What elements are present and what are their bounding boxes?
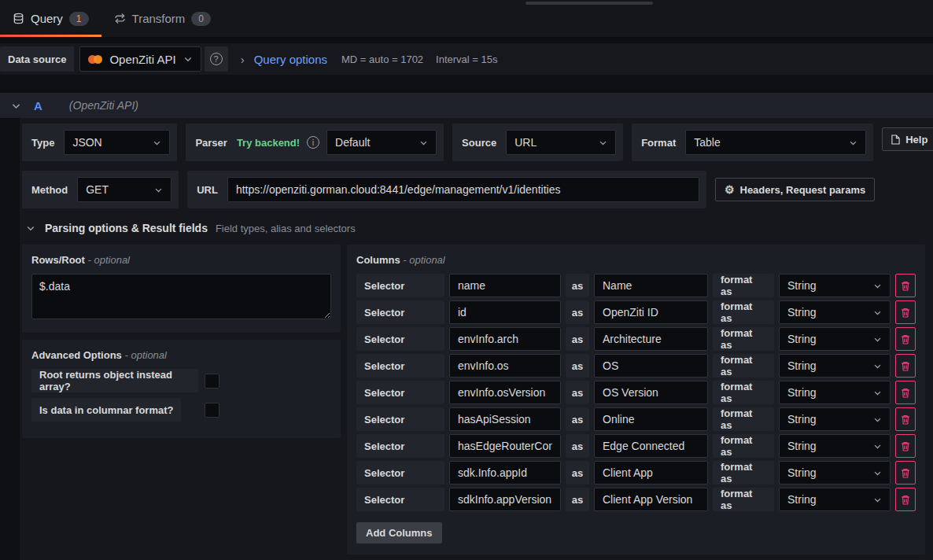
source-value: URL <box>514 136 537 149</box>
format-as-label: format as <box>713 407 774 431</box>
column-row: Selector as format as String <box>356 354 916 378</box>
transform-count-badge: 0 <box>191 12 211 26</box>
url-row: Method GET URL ⚙ Headers, Request params <box>22 171 925 208</box>
parser-field: Parser Try backend! i Default <box>186 123 444 161</box>
columns-label: Columns <box>356 254 400 266</box>
delete-column-button[interactable] <box>895 327 916 351</box>
column-format-select[interactable]: String <box>779 488 891 511</box>
format-select[interactable]: Table <box>685 130 866 155</box>
rows-root-input[interactable]: $.data <box>31 274 331 319</box>
column-format-select[interactable]: String <box>779 381 891 404</box>
alias-input[interactable] <box>594 381 708 404</box>
alias-input[interactable] <box>594 274 708 297</box>
alias-input[interactable] <box>594 300 708 324</box>
advanced-option-checkbox[interactable] <box>205 374 219 389</box>
url-field: URL <box>187 171 706 208</box>
trash-icon <box>901 308 910 318</box>
datasource-help-button[interactable]: ? <box>205 46 228 72</box>
query-options-toggle[interactable]: Query options <box>254 53 327 66</box>
delete-column-button[interactable] <box>895 354 916 378</box>
source-label: Source <box>459 137 499 149</box>
as-label: as <box>566 434 589 458</box>
column-format-select[interactable]: String <box>779 461 891 484</box>
type-select[interactable]: JSON <box>64 130 170 155</box>
question-circle-icon: ? <box>210 53 223 65</box>
column-format-select[interactable]: String <box>779 354 891 378</box>
parser-select[interactable]: Default <box>326 130 437 155</box>
column-format-value: String <box>787 359 817 372</box>
as-label: as <box>566 274 589 297</box>
query-editor-body: Type JSON Parser Try backend! i Default … <box>20 118 933 560</box>
max-data-points-stat: MD = auto = 1702 <box>341 53 423 65</box>
collapse-chevron-icon[interactable] <box>11 101 21 111</box>
add-columns-button[interactable]: Add Columns <box>356 522 442 543</box>
method-select[interactable]: GET <box>77 177 171 202</box>
help-button[interactable]: Help <box>882 127 933 151</box>
source-select[interactable]: URL <box>506 130 616 155</box>
column-row: Selector as format as String <box>356 300 916 324</box>
selector-input[interactable] <box>449 327 561 351</box>
delete-column-button[interactable] <box>895 434 916 458</box>
selector-input[interactable] <box>449 407 561 431</box>
tab-transform[interactable]: Transform 0 <box>101 0 223 37</box>
chevron-down-icon <box>873 308 882 317</box>
column-format-select[interactable]: String <box>779 407 891 431</box>
selector-input[interactable] <box>449 354 561 378</box>
alias-input[interactable] <box>594 354 708 378</box>
selector-input[interactable] <box>449 381 561 404</box>
selector-input[interactable] <box>449 488 561 511</box>
info-circle-icon[interactable]: i <box>307 136 319 149</box>
pane-drag-handle[interactable] <box>526 2 653 5</box>
format-as-label: format as <box>713 300 774 324</box>
as-label: as <box>566 381 589 404</box>
options-row: Type JSON Parser Try backend! i Default … <box>22 123 925 161</box>
chevron-down-icon <box>873 442 882 451</box>
type-field: Type JSON <box>22 123 177 161</box>
url-input[interactable] <box>227 177 699 202</box>
advanced-option-row: Is data in columnar format? <box>31 398 331 422</box>
column-format-select[interactable]: String <box>779 434 891 458</box>
selector-label: Selector <box>356 300 444 324</box>
chevron-down-icon <box>873 282 882 290</box>
chevron-down-icon <box>154 186 163 194</box>
parsing-options-header[interactable]: Parsing options & Result fields Field ty… <box>26 222 925 234</box>
datasource-picker[interactable]: OpenZiti API <box>79 46 201 72</box>
delete-column-button[interactable] <box>895 300 916 324</box>
trash-icon <box>901 281 910 291</box>
url-label: URL <box>194 184 220 196</box>
delete-column-button[interactable] <box>895 381 916 404</box>
chevron-down-icon <box>183 54 193 64</box>
parsing-options-title: Parsing options & Result fields <box>45 222 208 234</box>
alias-input[interactable] <box>594 407 708 431</box>
selector-input[interactable] <box>449 274 561 297</box>
trash-icon <box>901 334 910 344</box>
alias-input[interactable] <box>594 461 708 484</box>
active-tab-underline <box>0 35 101 37</box>
alias-input[interactable] <box>594 327 708 351</box>
column-format-select[interactable]: String <box>779 327 891 351</box>
tab-query[interactable]: Query 1 <box>0 0 101 37</box>
format-as-label: format as <box>713 274 774 297</box>
column-row: Selector as format as String <box>356 274 916 297</box>
selector-input[interactable] <box>449 300 561 324</box>
selector-input[interactable] <box>449 434 561 458</box>
format-label: Format <box>639 137 678 149</box>
column-format-value: String <box>787 466 817 479</box>
query-row-header[interactable]: A (OpenZiti API) <box>0 93 933 118</box>
delete-column-button[interactable] <box>895 407 916 431</box>
query-count-badge: 1 <box>69 12 89 26</box>
column-format-select[interactable]: String <box>779 274 891 297</box>
alias-input[interactable] <box>594 434 708 458</box>
advanced-option-checkbox[interactable] <box>205 403 219 418</box>
advanced-option-label: Is data in columnar format? <box>31 398 181 422</box>
column-format-select[interactable]: String <box>779 300 891 324</box>
alias-input[interactable] <box>594 488 708 511</box>
type-value: JSON <box>72 136 101 149</box>
headers-request-params-button[interactable]: ⚙ Headers, Request params <box>715 178 875 201</box>
delete-column-button[interactable] <box>895 274 916 297</box>
selector-input[interactable] <box>449 461 561 484</box>
delete-column-button[interactable] <box>895 488 916 511</box>
column-row: Selector as format as String <box>356 461 916 484</box>
delete-column-button[interactable] <box>895 461 916 484</box>
parser-value: Default <box>335 136 370 149</box>
